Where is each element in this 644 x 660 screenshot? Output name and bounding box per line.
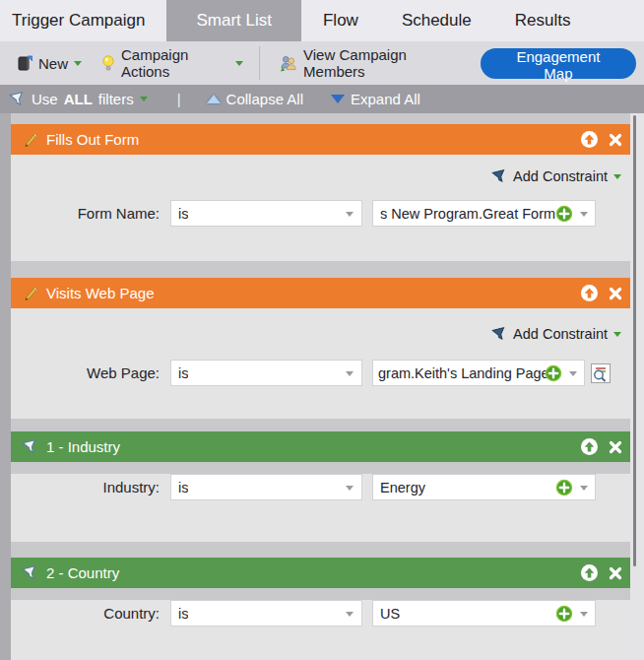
panel-title: 2 - Country xyxy=(46,564,119,581)
use-all-filters-dropdown[interactable]: Use ALL filters xyxy=(10,91,148,107)
collapse-all-label: Collapse All xyxy=(226,91,303,107)
operator-select[interactable]: is xyxy=(170,360,362,386)
field-row: Form Name: is s New Program.Great Form xyxy=(11,200,630,227)
chevron-down-icon xyxy=(346,371,354,376)
campaign-actions-button[interactable]: Campaign Actions xyxy=(92,47,253,79)
pencil-icon xyxy=(23,132,38,148)
panel-body: Add Constraint Web Page: is gram.Keith's… xyxy=(11,308,630,419)
use-filters-suffix: filters xyxy=(98,91,134,107)
panel-header[interactable]: Fills Out Form xyxy=(11,124,630,155)
field-label: Country: xyxy=(11,605,165,622)
tab-schedule[interactable]: Schedule xyxy=(380,0,493,41)
add-value-icon[interactable] xyxy=(555,205,573,223)
operator-value: is xyxy=(171,365,188,381)
filter-panels: Fills Out Form xyxy=(11,113,630,660)
value-combo[interactable]: gram.Keith's Landing Page xyxy=(372,360,585,386)
tab-bar: Trigger Campaign Smart List Flow Schedul… xyxy=(0,0,644,41)
panel-header[interactable]: 2 - Country xyxy=(11,558,630,588)
move-up-button[interactable] xyxy=(581,564,598,581)
new-button-label: New xyxy=(38,55,68,72)
campaign-editor-window: Trigger Campaign Smart List Flow Schedul… xyxy=(0,0,644,660)
panel-header[interactable]: 1 - Industry xyxy=(11,431,630,462)
expand-all-button[interactable]: Expand All xyxy=(331,91,420,107)
operator-value: is xyxy=(171,606,188,622)
chevron-down-icon xyxy=(346,612,354,617)
operator-value: is xyxy=(171,480,188,495)
chevron-down-icon xyxy=(580,486,588,491)
vertical-scrollbar[interactable] xyxy=(630,113,644,660)
lightbulb-icon xyxy=(101,55,115,72)
view-campaign-members-button[interactable]: View Campaign Members xyxy=(270,47,469,79)
chevron-down-icon xyxy=(580,212,588,217)
constraint-funnel-icon xyxy=(492,169,507,184)
chevron-down-icon xyxy=(346,212,354,217)
filter-panel-industry: 1 - Industry Industry: is xyxy=(11,431,630,542)
panel-header[interactable]: Visits Web Page xyxy=(11,278,630,308)
chevron-down-icon xyxy=(613,174,621,179)
operator-select[interactable]: is xyxy=(170,200,362,227)
add-value-icon[interactable] xyxy=(555,479,573,496)
field-row: Country: is US xyxy=(11,600,630,627)
move-up-button[interactable] xyxy=(581,285,598,301)
add-constraint-button[interactable]: Add Constraint xyxy=(11,155,630,184)
view-campaign-members-label: View Campaign Members xyxy=(303,46,459,80)
panel-body: Add Constraint Form Name: is s New Progr… xyxy=(11,155,630,261)
funnel-icon xyxy=(10,92,26,107)
value-combo[interactable]: s New Program.Great Form xyxy=(372,200,596,227)
expand-triangle-icon xyxy=(331,95,345,103)
use-filters-mode: ALL xyxy=(64,91,93,107)
move-up-button[interactable] xyxy=(581,438,598,455)
trigger-panel-visits-web-page: Visits Web Page xyxy=(11,278,630,419)
engagement-map-button[interactable]: Engagement Map xyxy=(481,48,636,79)
add-value-icon[interactable] xyxy=(555,605,573,623)
tab-results[interactable]: Results xyxy=(493,0,593,41)
tab-smart-list[interactable]: Smart List xyxy=(166,0,301,41)
close-icon[interactable] xyxy=(609,566,622,580)
preview-page-button[interactable] xyxy=(591,363,611,383)
add-value-icon[interactable] xyxy=(545,364,562,382)
close-icon[interactable] xyxy=(609,133,622,147)
toolbar: New Campaign Actions View Campaign Memb xyxy=(0,41,644,85)
filter-bar-divider: | xyxy=(177,91,181,107)
field-row: Web Page: is gram.Keith's Landing Page xyxy=(11,360,630,386)
funnel-icon xyxy=(23,565,38,581)
close-icon[interactable] xyxy=(609,287,622,300)
panel-title: Fills Out Form xyxy=(46,131,139,148)
add-constraint-button[interactable]: Add Constraint xyxy=(11,308,630,342)
value-combo[interactable]: Energy xyxy=(372,474,596,500)
add-constraint-label: Add Constraint xyxy=(513,168,608,184)
trigger-panel-fills-out-form: Fills Out Form xyxy=(11,124,630,261)
constraint-funnel-icon xyxy=(492,327,507,342)
value-combo[interactable]: US xyxy=(372,600,596,627)
chevron-down-icon xyxy=(235,61,243,66)
value-text: s New Program.Great Form xyxy=(373,206,555,222)
operator-select[interactable]: is xyxy=(170,600,362,627)
chevron-down-icon xyxy=(346,486,354,491)
value-text: US xyxy=(373,606,400,622)
chevron-down-icon xyxy=(140,97,148,101)
smart-list-canvas: Fills Out Form xyxy=(0,113,644,660)
use-filters-text: Use xyxy=(32,91,58,107)
pencil-icon xyxy=(23,286,38,301)
tab-flow[interactable]: Flow xyxy=(301,0,380,41)
panel-title: Visits Web Page xyxy=(46,285,155,301)
field-label: Web Page: xyxy=(11,364,165,381)
filter-rules-bar: Use ALL filters | Collapse All Expand Al… xyxy=(0,85,644,113)
scrollbar-thumb[interactable] xyxy=(633,115,636,566)
new-button[interactable]: New xyxy=(8,47,92,79)
toolbar-divider xyxy=(259,46,260,80)
expand-all-label: Expand All xyxy=(351,91,420,107)
move-up-button[interactable] xyxy=(581,131,598,148)
panel-title: 1 - Industry xyxy=(46,438,120,455)
funnel-icon xyxy=(23,439,38,455)
close-icon[interactable] xyxy=(609,440,622,454)
add-constraint-label: Add Constraint xyxy=(513,326,608,342)
tab-trigger-campaign[interactable]: Trigger Campaign xyxy=(0,0,166,41)
field-label: Industry: xyxy=(11,479,165,495)
value-text: gram.Keith's Landing Page xyxy=(373,365,549,381)
collapse-all-button[interactable]: Collapse All xyxy=(207,91,303,107)
operator-select[interactable]: is xyxy=(170,474,362,500)
field-row: Industry: is Energy xyxy=(11,474,630,500)
new-document-icon xyxy=(18,55,32,71)
filter-panel-country: 2 - Country Country: is xyxy=(11,558,630,660)
